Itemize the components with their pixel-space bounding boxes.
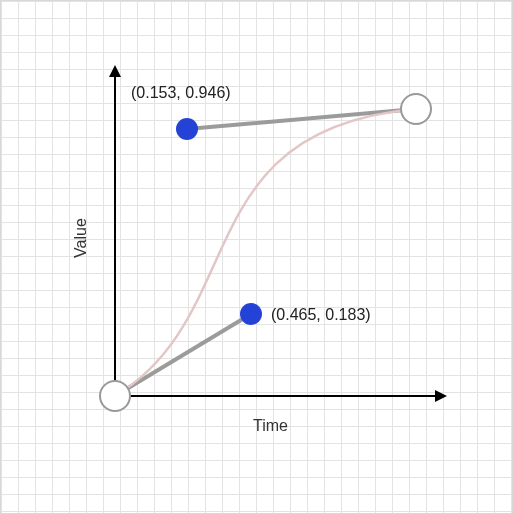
x-axis-label: Time (253, 417, 288, 434)
control-point-1-label: (0.465, 0.183) (271, 306, 371, 323)
bezier-editor-stage: (0.465, 0.183) (0.153, 0.946) Time Value (0, 0, 513, 514)
bezier-curve (115, 109, 416, 396)
control-handle-1[interactable] (240, 303, 262, 325)
control-point-2-label: (0.153, 0.946) (131, 84, 231, 101)
plot-svg: (0.465, 0.183) (0.153, 0.946) Time Value (1, 1, 513, 514)
control-handle-2[interactable] (176, 118, 198, 140)
endpoint-start (100, 381, 130, 411)
endpoint-end (401, 94, 431, 124)
y-axis-label: Value (72, 218, 89, 258)
control-line-p3-p2 (187, 109, 416, 129)
